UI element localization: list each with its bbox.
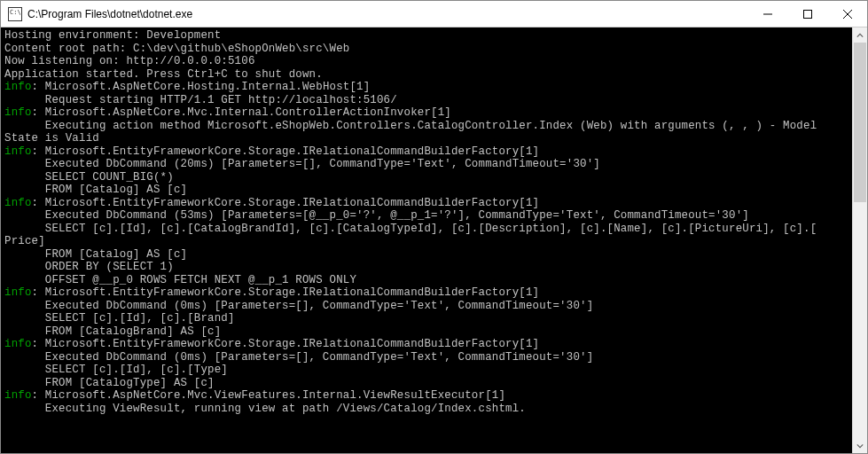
log-text: Application started. Press Ctrl+C to shu… [4, 68, 323, 81]
scrollbar-up-button[interactable] [853, 27, 867, 43]
maximize-icon [803, 10, 812, 19]
console-line: info: Microsoft.EntityFrameworkCore.Stor… [4, 145, 848, 159]
console-area: Hosting environment: DevelopmentContent … [1, 27, 867, 453]
console-output[interactable]: Hosting environment: DevelopmentContent … [1, 27, 852, 453]
chevron-down-icon [856, 442, 864, 450]
console-line: info: Microsoft.EntityFrameworkCore.Stor… [4, 338, 848, 351]
log-text: : Microsoft.EntityFrameworkCore.Storage.… [32, 338, 540, 350]
log-text: FROM [Catalog] AS [c] [4, 248, 187, 261]
console-line: Content root path: C:\dev\github\eShopOn… [4, 43, 848, 56]
console-line: Hosting environment: Development [4, 29, 848, 43]
minimize-button[interactable] [747, 1, 787, 27]
log-text: Executed DbCommand (0ms) [Parameters=[],… [4, 351, 593, 364]
log-text: SELECT [c].[Id], [c].[CatalogBrandId], [… [4, 223, 817, 235]
console-line: info: Microsoft.AspNetCore.Mvc.ViewFeatu… [4, 389, 848, 403]
console-line: Price] [4, 235, 848, 248]
log-text: Executing action method Microsoft.eShopW… [4, 120, 817, 132]
console-line: Executed DbCommand (0ms) [Parameters=[],… [4, 351, 848, 364]
console-line: info: Microsoft.AspNetCore.Mvc.Internal.… [4, 106, 848, 120]
console-line: Executing action method Microsoft.eShopW… [4, 120, 848, 133]
log-text: Now listening on: http://0.0.0.0:5106 [4, 55, 255, 67]
log-text: : Microsoft.AspNetCore.Hosting.Internal.… [32, 81, 371, 93]
console-line: FROM [Catalog] AS [c] [4, 248, 848, 262]
console-line: SELECT [c].[Id], [c].[Brand] [4, 312, 848, 325]
log-text: FROM [Catalog] AS [c] [4, 184, 187, 196]
window-controls [747, 1, 867, 27]
log-text: OFFSET @__p_0 ROWS FETCH NEXT @__p_1 ROW… [4, 274, 356, 286]
log-text: SELECT COUNT_BIG(*) [4, 171, 174, 184]
log-level-info: info [4, 338, 32, 350]
log-text: Hosting environment: Development [4, 29, 221, 42]
vertical-scrollbar[interactable] [852, 27, 867, 453]
log-level-info: info [4, 106, 32, 119]
log-text: Executed DbCommand (53ms) [Parameters=[@… [4, 209, 749, 222]
console-line: FROM [CatalogType] AS [c] [4, 377, 848, 390]
log-text: Executed DbCommand (20ms) [Parameters=[]… [4, 158, 600, 170]
console-line: Executed DbCommand (53ms) [Parameters=[@… [4, 209, 848, 223]
log-text: State is Valid [4, 132, 99, 145]
svg-rect-1 [803, 10, 811, 18]
console-line: FROM [CatalogBrand] AS [c] [4, 325, 848, 339]
log-text: Price] [4, 235, 45, 247]
console-line: info: Microsoft.EntityFrameworkCore.Stor… [4, 197, 848, 210]
log-text: SELECT [c].[Id], [c].[Type] [4, 364, 228, 376]
log-text: Request starting HTTP/1.1 GET http://loc… [4, 94, 397, 106]
log-level-info: info [4, 145, 32, 158]
console-line: Executed DbCommand (0ms) [Parameters=[],… [4, 300, 848, 313]
console-line: SELECT COUNT_BIG(*) [4, 171, 848, 184]
console-line: Request starting HTTP/1.1 GET http://loc… [4, 94, 848, 107]
console-line: Now listening on: http://0.0.0.0:5106 [4, 55, 848, 68]
console-line: SELECT [c].[Id], [c].[Type] [4, 364, 848, 377]
console-line: ORDER BY (SELECT 1) [4, 261, 848, 274]
log-text: : Microsoft.EntityFrameworkCore.Storage.… [32, 286, 540, 299]
window-titlebar[interactable]: C:\Program Files\dotnet\dotnet.exe [1, 1, 867, 27]
console-line: State is Valid [4, 132, 848, 145]
close-button[interactable] [827, 1, 867, 27]
console-line: OFFSET @__p_0 ROWS FETCH NEXT @__p_1 ROW… [4, 274, 848, 287]
console-line: info: Microsoft.EntityFrameworkCore.Stor… [4, 286, 848, 300]
log-level-info: info [4, 197, 32, 209]
log-text: : Microsoft.EntityFrameworkCore.Storage.… [32, 145, 540, 158]
app-icon [8, 7, 22, 21]
log-text: : Microsoft.AspNetCore.Mvc.ViewFeatures.… [32, 389, 506, 402]
minimize-icon [763, 10, 772, 19]
log-text: : Microsoft.AspNetCore.Mvc.Internal.Cont… [32, 106, 451, 119]
scrollbar-thumb[interactable] [854, 43, 866, 202]
log-level-info: info [4, 286, 32, 299]
chevron-up-icon [856, 32, 864, 39]
console-line: Executing ViewResult, running view at pa… [4, 403, 848, 416]
log-text: FROM [CatalogType] AS [c] [4, 377, 215, 389]
console-line: SELECT [c].[Id], [c].[CatalogBrandId], [… [4, 223, 848, 236]
log-text: Executing ViewResult, running view at pa… [4, 403, 526, 415]
log-text: Content root path: C:\dev\github\eShopOn… [4, 43, 349, 55]
log-text: FROM [CatalogBrand] AS [c] [4, 325, 221, 338]
log-text: : Microsoft.EntityFrameworkCore.Storage.… [32, 197, 540, 209]
log-text: Executed DbCommand (0ms) [Parameters=[],… [4, 300, 593, 312]
console-line: Application started. Press Ctrl+C to shu… [4, 68, 848, 82]
log-text: ORDER BY (SELECT 1) [4, 261, 174, 273]
log-text: SELECT [c].[Id], [c].[Brand] [4, 312, 235, 325]
maximize-button[interactable] [787, 1, 827, 27]
console-line: FROM [Catalog] AS [c] [4, 184, 848, 197]
log-level-info: info [4, 389, 32, 402]
window-title: C:\Program Files\dotnet\dotnet.exe [27, 8, 747, 20]
close-icon [843, 10, 852, 19]
console-line: info: Microsoft.AspNetCore.Hosting.Inter… [4, 81, 848, 94]
console-line: Executed DbCommand (20ms) [Parameters=[]… [4, 158, 848, 171]
scrollbar-down-button[interactable] [853, 438, 867, 453]
log-level-info: info [4, 81, 32, 93]
